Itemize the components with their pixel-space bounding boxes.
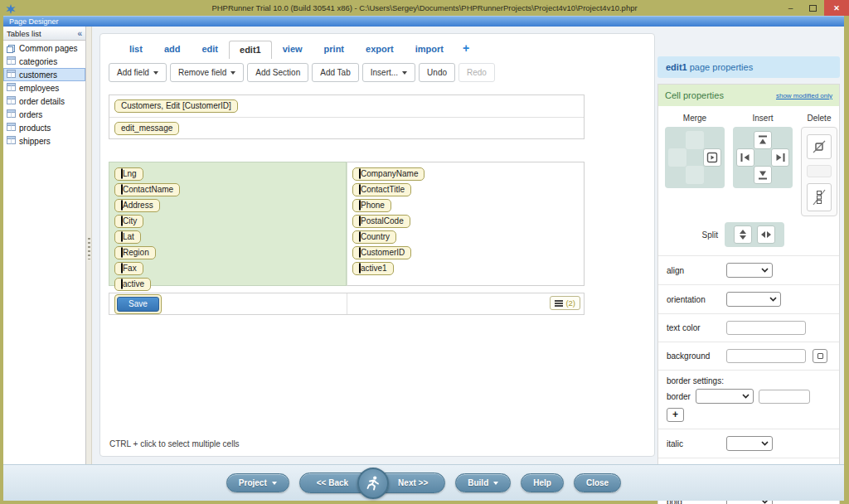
delete-record-button[interactable] xyxy=(807,183,832,211)
insert-row-below-button[interactable] xyxy=(754,166,772,184)
merge-right-icon xyxy=(706,152,718,163)
field-chip[interactable]: Fax xyxy=(114,262,143,275)
color-swatch-icon xyxy=(817,353,823,359)
dropdown-caret-icon xyxy=(493,482,498,485)
field-chip[interactable]: Country xyxy=(352,230,396,244)
delete-widget xyxy=(801,127,837,216)
maximize-icon xyxy=(809,5,817,12)
field-chip[interactable]: Lng xyxy=(114,167,143,181)
field-chip[interactable]: Address xyxy=(114,199,160,212)
insert-column-right-button[interactable] xyxy=(771,148,789,167)
help-button[interactable]: Help xyxy=(521,473,564,492)
insert-column-left-button[interactable] xyxy=(736,148,754,167)
edit-message-field[interactable]: edit_message xyxy=(114,122,179,135)
grid-cell-left[interactable]: Lng ContactName Address City Lat Region xyxy=(109,162,347,286)
field-chip[interactable]: active xyxy=(114,278,151,291)
sidebar-table-item[interactable]: categories xyxy=(3,55,85,68)
sidebar-table-item[interactable]: Common pages xyxy=(3,42,85,55)
toolbar-button[interactable]: Redo xyxy=(458,63,495,82)
table-icon xyxy=(7,96,16,106)
sidebar-splitter[interactable] xyxy=(86,27,92,464)
sidebar-table-item[interactable]: employees xyxy=(3,81,85,94)
cell-menu-button[interactable]: (2) xyxy=(550,296,580,310)
sidebar-table-item[interactable]: order details xyxy=(3,94,85,108)
save-row-right-cell[interactable]: (2) xyxy=(347,293,584,314)
table-name: Common pages xyxy=(19,44,78,53)
show-modified-only-link[interactable]: show modified only xyxy=(776,92,832,99)
field-chip[interactable]: Phone xyxy=(352,199,391,212)
page-tabs: list add edit edit1 view print export i xyxy=(100,34,654,59)
field-chip-label: ContactTitle xyxy=(361,185,405,194)
field-chip[interactable]: PostalCode xyxy=(352,215,410,228)
sidebar-table-item[interactable]: customers xyxy=(3,68,85,81)
run-button[interactable] xyxy=(357,468,389,499)
add-page-button[interactable]: + xyxy=(454,40,478,59)
menu-count-badge: (2) xyxy=(565,298,575,308)
toolbar-button[interactable]: Add Tab xyxy=(312,63,359,82)
edit-message-row[interactable]: edit_message xyxy=(109,117,584,138)
background-input[interactable] xyxy=(726,349,806,363)
page-tab[interactable]: export xyxy=(355,40,405,59)
field-chip[interactable]: CustomerID xyxy=(352,246,411,259)
sidebar-table-item[interactable]: orders xyxy=(3,108,85,121)
table-icon xyxy=(7,83,16,93)
close-button[interactable]: ✕ xyxy=(824,0,849,16)
field-chip[interactable]: ContactTitle xyxy=(352,183,411,196)
table-name: shippers xyxy=(19,137,51,146)
save-button[interactable]: Save xyxy=(117,297,159,312)
orientation-label: orientation xyxy=(667,295,726,304)
page-designer-bar: Page Designer xyxy=(3,16,844,27)
sidebar-table-item[interactable]: products xyxy=(3,121,85,134)
field-chip[interactable]: active1 xyxy=(352,262,394,275)
maximize-button[interactable] xyxy=(802,0,824,16)
toolbar-button[interactable]: Remove field xyxy=(170,63,244,82)
page-title-field[interactable]: Customers, Edit [CustomerID] xyxy=(114,99,238,113)
field-chip[interactable]: City xyxy=(114,215,143,228)
align-select[interactable] xyxy=(726,263,773,278)
save-chip[interactable]: Save xyxy=(114,294,162,314)
save-cell[interactable]: Save xyxy=(109,293,347,314)
sidebar-table-item[interactable]: shippers xyxy=(3,134,85,148)
split-vertical-button[interactable] xyxy=(734,225,752,244)
build-button[interactable]: Build xyxy=(455,473,511,492)
orientation-select[interactable] xyxy=(726,292,781,307)
toolbar-button[interactable]: Add Section xyxy=(247,63,308,82)
border-style-select[interactable] xyxy=(696,389,754,404)
insert-row-above-button[interactable] xyxy=(754,131,772,149)
minimize-button[interactable]: – xyxy=(779,0,802,16)
page-tab[interactable]: edit1 xyxy=(229,41,272,59)
text-color-input[interactable] xyxy=(726,321,806,335)
page-tab[interactable]: view xyxy=(272,40,313,59)
toolbar-button-label: Insert... xyxy=(371,68,398,77)
project-button[interactable]: Project xyxy=(226,473,289,492)
color-picker-button[interactable] xyxy=(813,349,827,363)
page-tab[interactable]: add xyxy=(153,40,192,59)
add-border-button[interactable]: + xyxy=(667,408,684,422)
close-project-button[interactable]: Close xyxy=(574,473,621,492)
toolbar-button[interactable]: Undo xyxy=(419,63,455,82)
toolbar-button[interactable]: Add field xyxy=(109,63,167,82)
page-properties-header: edit1 page properties xyxy=(657,56,840,78)
field-chip[interactable]: ContactName xyxy=(114,183,180,196)
split-horizontal-button[interactable] xyxy=(757,225,775,244)
insert-below-icon xyxy=(757,169,769,181)
field-chip[interactable]: CompanyName xyxy=(352,167,424,181)
table-name: order details xyxy=(19,97,65,106)
merge-label: Merge xyxy=(683,114,706,123)
toolbar-button[interactable]: Insert... xyxy=(362,63,415,82)
grid-cell-right[interactable]: CompanyName ContactTitle Phone PostalCod… xyxy=(347,162,585,286)
page-tab[interactable]: print xyxy=(313,40,355,59)
field-chip-label: Fax xyxy=(123,264,137,273)
page-tab[interactable]: edit xyxy=(191,40,229,59)
page-tab[interactable]: import xyxy=(405,40,454,59)
sidebar-collapse-icon[interactable]: « xyxy=(77,29,82,38)
italic-select[interactable] xyxy=(726,436,773,451)
page-tab[interactable]: list xyxy=(119,40,153,59)
merge-right-button[interactable] xyxy=(703,148,721,167)
delete-cell-button[interactable] xyxy=(807,134,832,159)
field-chip[interactable]: Lat xyxy=(114,230,141,244)
workspace: list add edit edit1 view print export i xyxy=(92,27,844,464)
field-chip[interactable]: Region xyxy=(114,246,156,259)
page-title-row[interactable]: Customers, Edit [CustomerID] xyxy=(109,95,584,117)
border-width-input[interactable] xyxy=(759,390,810,404)
